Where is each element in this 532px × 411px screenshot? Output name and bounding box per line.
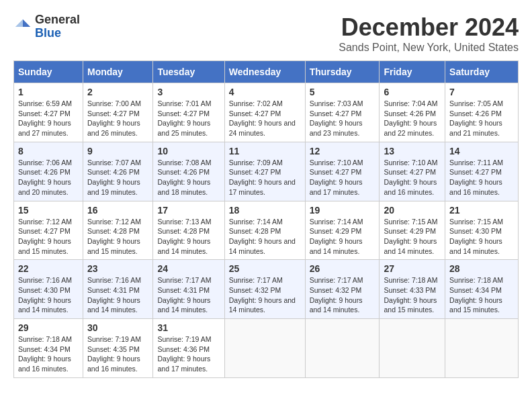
- day-info: Sunrise: 7:04 AM Sunset: 4:26 PM Dayligh…: [384, 99, 441, 138]
- calendar-cell: 22Sunrise: 7:16 AM Sunset: 4:30 PM Dayli…: [14, 260, 83, 319]
- day-number: 5: [310, 87, 375, 97]
- day-number: 20: [384, 205, 441, 216]
- calendar-cell: 23Sunrise: 7:16 AM Sunset: 4:31 PM Dayli…: [83, 260, 153, 319]
- day-info: Sunrise: 7:01 AM Sunset: 4:27 PM Dayligh…: [157, 99, 220, 138]
- day-header: Monday: [83, 61, 153, 83]
- day-info: Sunrise: 7:05 AM Sunset: 4:26 PM Dayligh…: [449, 99, 514, 138]
- day-info: Sunrise: 7:06 AM Sunset: 4:26 PM Dayligh…: [18, 158, 79, 197]
- logo-icon: [13, 17, 32, 36]
- calendar-table: SundayMondayTuesdayWednesdayThursdayFrid…: [13, 60, 519, 378]
- day-info: Sunrise: 7:15 AM Sunset: 4:30 PM Dayligh…: [449, 217, 514, 257]
- day-info: Sunrise: 7:00 AM Sunset: 4:27 PM Dayligh…: [87, 99, 148, 138]
- calendar-cell: 26Sunrise: 7:17 AM Sunset: 4:32 PM Dayli…: [305, 260, 380, 319]
- day-info: Sunrise: 7:18 AM Sunset: 4:34 PM Dayligh…: [18, 334, 79, 374]
- day-number: 29: [18, 322, 79, 333]
- svg-marker-1: [15, 19, 23, 27]
- day-number: 15: [18, 205, 79, 216]
- day-number: 10: [157, 146, 220, 156]
- day-info: Sunrise: 7:12 AM Sunset: 4:27 PM Dayligh…: [18, 217, 79, 257]
- calendar-cell: 2Sunrise: 7:00 AM Sunset: 4:27 PM Daylig…: [83, 83, 153, 142]
- day-number: 24: [157, 263, 220, 274]
- day-number: 21: [449, 205, 514, 216]
- day-number: 7: [449, 87, 514, 97]
- calendar-cell: 12Sunrise: 7:10 AM Sunset: 4:27 PM Dayli…: [305, 142, 380, 201]
- calendar-cell: 9Sunrise: 7:07 AM Sunset: 4:26 PM Daylig…: [83, 142, 153, 201]
- day-number: 28: [449, 263, 514, 274]
- day-number: 6: [384, 87, 441, 97]
- day-number: 30: [87, 322, 148, 333]
- calendar-cell: 8Sunrise: 7:06 AM Sunset: 4:26 PM Daylig…: [14, 142, 83, 201]
- calendar-cell: 11Sunrise: 7:09 AM Sunset: 4:27 PM Dayli…: [224, 142, 305, 201]
- calendar-cell: 4Sunrise: 7:02 AM Sunset: 4:27 PM Daylig…: [224, 83, 305, 142]
- day-info: Sunrise: 7:08 AM Sunset: 4:26 PM Dayligh…: [157, 158, 220, 197]
- calendar-cell: [380, 319, 445, 378]
- calendar-cell: 6Sunrise: 7:04 AM Sunset: 4:26 PM Daylig…: [380, 83, 445, 142]
- calendar-cell: 30Sunrise: 7:19 AM Sunset: 4:35 PM Dayli…: [83, 319, 153, 378]
- day-info: Sunrise: 7:02 AM Sunset: 4:27 PM Dayligh…: [229, 99, 301, 138]
- day-number: 1: [18, 87, 79, 97]
- title-area: December 2024 Sands Point, New York, Uni…: [339, 13, 519, 54]
- calendar-cell: 14Sunrise: 7:11 AM Sunset: 4:27 PM Dayli…: [445, 142, 519, 201]
- day-number: 4: [229, 87, 301, 97]
- logo-text: General Blue: [35, 13, 80, 40]
- calendar-cell: 28Sunrise: 7:18 AM Sunset: 4:34 PM Dayli…: [445, 260, 519, 319]
- calendar-cell: 21Sunrise: 7:15 AM Sunset: 4:30 PM Dayli…: [445, 201, 519, 260]
- day-number: 26: [310, 263, 375, 274]
- day-number: 13: [384, 146, 441, 156]
- day-number: 2: [87, 87, 148, 97]
- calendar-header-row: SundayMondayTuesdayWednesdayThursdayFrid…: [14, 61, 519, 83]
- calendar-cell: [305, 319, 380, 378]
- day-info: Sunrise: 7:17 AM Sunset: 4:31 PM Dayligh…: [157, 275, 220, 315]
- day-info: Sunrise: 7:16 AM Sunset: 4:31 PM Dayligh…: [87, 275, 148, 315]
- day-info: Sunrise: 7:18 AM Sunset: 4:34 PM Dayligh…: [449, 275, 514, 315]
- calendar-row: 8Sunrise: 7:06 AM Sunset: 4:26 PM Daylig…: [14, 142, 519, 201]
- location-title: Sands Point, New York, United States: [339, 42, 519, 54]
- day-info: Sunrise: 7:11 AM Sunset: 4:27 PM Dayligh…: [449, 158, 514, 197]
- day-number: 9: [87, 146, 148, 156]
- day-info: Sunrise: 7:17 AM Sunset: 4:32 PM Dayligh…: [310, 275, 375, 315]
- svg-marker-0: [23, 19, 30, 27]
- day-number: 19: [310, 205, 375, 216]
- day-header: Tuesday: [153, 61, 224, 83]
- day-number: 27: [384, 263, 441, 274]
- day-info: Sunrise: 7:18 AM Sunset: 4:33 PM Dayligh…: [384, 275, 441, 315]
- day-info: Sunrise: 7:13 AM Sunset: 4:28 PM Dayligh…: [157, 217, 220, 257]
- day-number: 17: [157, 205, 220, 216]
- calendar-cell: 18Sunrise: 7:14 AM Sunset: 4:28 PM Dayli…: [224, 201, 305, 260]
- day-header: Wednesday: [224, 61, 305, 83]
- day-info: Sunrise: 7:07 AM Sunset: 4:26 PM Dayligh…: [87, 158, 148, 197]
- page-header: General Blue December 2024 Sands Point, …: [13, 13, 519, 54]
- day-number: 16: [87, 205, 148, 216]
- calendar-cell: 15Sunrise: 7:12 AM Sunset: 4:27 PM Dayli…: [14, 201, 83, 260]
- calendar-row: 1Sunrise: 6:59 AM Sunset: 4:27 PM Daylig…: [14, 83, 519, 142]
- day-info: Sunrise: 6:59 AM Sunset: 4:27 PM Dayligh…: [18, 99, 79, 138]
- calendar-cell: 31Sunrise: 7:19 AM Sunset: 4:36 PM Dayli…: [153, 319, 224, 378]
- calendar-cell: [445, 319, 519, 378]
- day-header: Sunday: [14, 61, 83, 83]
- calendar-cell: 20Sunrise: 7:15 AM Sunset: 4:29 PM Dayli…: [380, 201, 445, 260]
- calendar-cell: 5Sunrise: 7:03 AM Sunset: 4:27 PM Daylig…: [305, 83, 380, 142]
- day-number: 31: [157, 322, 220, 333]
- calendar-cell: 19Sunrise: 7:14 AM Sunset: 4:29 PM Dayli…: [305, 201, 380, 260]
- day-info: Sunrise: 7:12 AM Sunset: 4:28 PM Dayligh…: [87, 217, 148, 257]
- day-number: 11: [229, 146, 301, 156]
- calendar-cell: 7Sunrise: 7:05 AM Sunset: 4:26 PM Daylig…: [445, 83, 519, 142]
- day-info: Sunrise: 7:10 AM Sunset: 4:27 PM Dayligh…: [384, 158, 441, 197]
- month-title: December 2024: [339, 13, 519, 42]
- day-number: 18: [229, 205, 301, 216]
- day-info: Sunrise: 7:19 AM Sunset: 4:36 PM Dayligh…: [157, 334, 220, 374]
- day-info: Sunrise: 7:09 AM Sunset: 4:27 PM Dayligh…: [229, 158, 301, 197]
- calendar-cell: 29Sunrise: 7:18 AM Sunset: 4:34 PM Dayli…: [14, 319, 83, 378]
- day-info: Sunrise: 7:15 AM Sunset: 4:29 PM Dayligh…: [384, 217, 441, 257]
- calendar-cell: 13Sunrise: 7:10 AM Sunset: 4:27 PM Dayli…: [380, 142, 445, 201]
- day-info: Sunrise: 7:14 AM Sunset: 4:28 PM Dayligh…: [229, 217, 301, 257]
- calendar-cell: 10Sunrise: 7:08 AM Sunset: 4:26 PM Dayli…: [153, 142, 224, 201]
- calendar-cell: 16Sunrise: 7:12 AM Sunset: 4:28 PM Dayli…: [83, 201, 153, 260]
- day-info: Sunrise: 7:03 AM Sunset: 4:27 PM Dayligh…: [310, 99, 375, 138]
- calendar-cell: 27Sunrise: 7:18 AM Sunset: 4:33 PM Dayli…: [380, 260, 445, 319]
- calendar-cell: 3Sunrise: 7:01 AM Sunset: 4:27 PM Daylig…: [153, 83, 224, 142]
- day-number: 3: [157, 87, 220, 97]
- day-number: 12: [310, 146, 375, 156]
- day-info: Sunrise: 7:10 AM Sunset: 4:27 PM Dayligh…: [310, 158, 375, 197]
- calendar-cell: 17Sunrise: 7:13 AM Sunset: 4:28 PM Dayli…: [153, 201, 224, 260]
